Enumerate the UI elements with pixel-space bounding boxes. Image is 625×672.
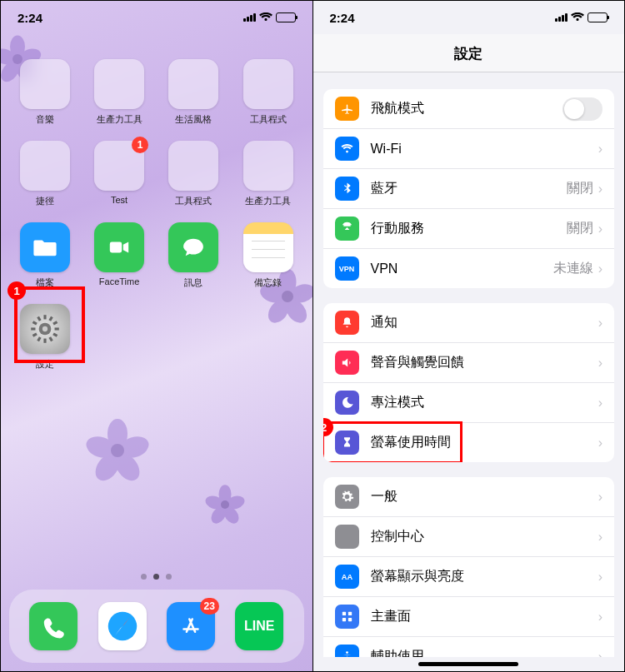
page-indicator[interactable] [1,564,312,590]
settings-row-grid[interactable]: 主畫面› [323,596,615,636]
flower-decoration [204,484,246,525]
status-bar: 2:24 [313,1,625,34]
highlight-settings [14,286,85,363]
cellular-icon [335,217,359,241]
folder-icon[interactable] [168,141,218,191]
svg-text:AA: AA [341,573,352,581]
home-indicator[interactable] [418,662,518,666]
app-工具程式[interactable]: 工具程式 [160,141,228,207]
dock-line[interactable]: LINE [235,602,283,650]
settings-row-gear[interactable]: 一般› [323,477,615,516]
app-label: 生產力工具 [245,195,291,207]
dock-phone[interactable] [29,602,78,650]
dock: 23LINE [9,590,304,663]
folder-icon[interactable] [243,59,293,109]
dock-appstore[interactable]: 23 [167,602,215,650]
app-Test[interactable]: 1Test [85,141,152,207]
chevron-icon: › [598,570,602,585]
app-label: 備忘錄 [254,276,282,289]
dock-safari[interactable] [98,602,147,650]
folder-icon[interactable] [243,141,293,191]
chevron-icon: › [598,316,602,331]
status-time: 2:24 [330,11,355,25]
home-screen: 2:24 音樂生產力工具生活風格工具程式捷徑1Test工具程式生產力工具檔案Fa… [1,1,312,671]
app-icon[interactable] [168,222,218,272]
settings-row-aa[interactable]: AA螢幕顯示與亮度› [323,556,615,596]
app-生活風格[interactable]: 生活風格 [160,59,228,126]
app-生產力工具[interactable]: 生產力工具 [85,59,152,126]
chevron-icon: › [598,436,602,450]
step-badge-2: 2 [323,418,333,436]
accessibility-icon [335,645,359,657]
svg-rect-44 [342,612,345,615]
app-label: 訊息 [184,276,202,289]
app-label: 生產力工具 [97,113,142,126]
settings-row-hourglass[interactable]: 螢幕使用時間›2 [323,422,615,462]
row-label: 控制中心 [371,528,598,545]
row-label: 行動服務 [371,220,567,237]
chevron-icon: › [598,530,602,545]
settings-row-speaker[interactable]: 聲音與觸覺回饋› [323,342,615,382]
badge: 1 [132,137,148,153]
folder-icon[interactable] [94,59,144,109]
row-label: 螢幕使用時間 [371,434,598,451]
folder-icon[interactable]: 1 [94,141,144,191]
svg-rect-24 [110,242,122,253]
row-label: 主畫面 [371,608,598,625]
folder-icon[interactable] [20,141,70,191]
app-音樂[interactable]: 音樂 [11,59,78,126]
hourglass-icon [335,431,359,455]
app-檔案[interactable]: 檔案 [11,222,78,289]
app-icon[interactable] [94,222,144,272]
battery-icon [588,12,608,22]
folder-icon[interactable] [168,59,218,109]
vpn-icon: VPN [335,256,359,281]
settings-row-vpn[interactable]: VPNVPN未連線› [323,248,615,288]
chevron-icon: › [598,650,602,658]
svg-rect-47 [348,618,351,621]
chevron-icon: › [598,610,602,625]
settings-row-airplane[interactable]: 飛航模式 [323,89,615,128]
chevron-icon: › [598,396,602,411]
folder-icon[interactable] [20,59,70,109]
settings-row-wifi[interactable]: Wi-Fi › [323,128,615,168]
app-備忘錄[interactable]: 備忘錄 [234,222,302,289]
chevron-icon: › [598,261,602,276]
app-捷徑[interactable]: 捷徑 [11,141,78,207]
settings-row-bell[interactable]: 通知› [323,303,615,342]
wifi-icon [259,12,272,22]
speaker-icon [335,351,359,375]
app-label: Test [111,195,128,205]
settings-row-accessibility[interactable]: 輔助使用› [323,636,615,657]
app-工具程式[interactable]: 工具程式 [234,59,302,126]
app-FaceTime[interactable]: FaceTime [85,222,152,289]
app-icon[interactable] [243,222,293,272]
flower-decoration [84,417,151,484]
settings-list[interactable]: 飛航模式Wi-Fi ›藍牙關閉›行動服務關閉›VPNVPN未連線›通知›聲音與觸… [313,72,625,657]
row-label: 專注模式 [371,394,598,411]
settings-row-cellular[interactable]: 行動服務關閉› [323,208,615,248]
gear-icon [335,485,359,509]
app-生產力工具[interactable]: 生產力工具 [234,141,302,207]
status-bar: 2:24 [1,1,312,34]
chevron-icon: › [598,182,602,197]
signal-icon [243,13,256,22]
settings-title: 設定 [313,34,625,72]
app-label: FaceTime [99,276,140,286]
bell-icon [335,311,359,335]
settings-row-switches[interactable]: 控制中心› [323,516,615,556]
toggle[interactable] [562,97,602,121]
grid-icon [335,605,359,629]
chevron-icon: › [598,356,602,371]
app-label: 捷徑 [36,195,54,207]
app-label: 工具程式 [250,113,287,126]
app-訊息[interactable]: 訊息 [160,222,228,289]
row-label: 飛航模式 [371,100,563,117]
settings-row-moon[interactable]: 專注模式› [323,382,615,422]
chevron-icon: › [598,142,602,157]
wifi-icon [571,12,584,22]
app-icon[interactable] [20,222,70,272]
battery-icon [276,12,296,22]
badge: 23 [200,598,219,615]
settings-row-bluetooth[interactable]: 藍牙關閉› [323,168,615,208]
